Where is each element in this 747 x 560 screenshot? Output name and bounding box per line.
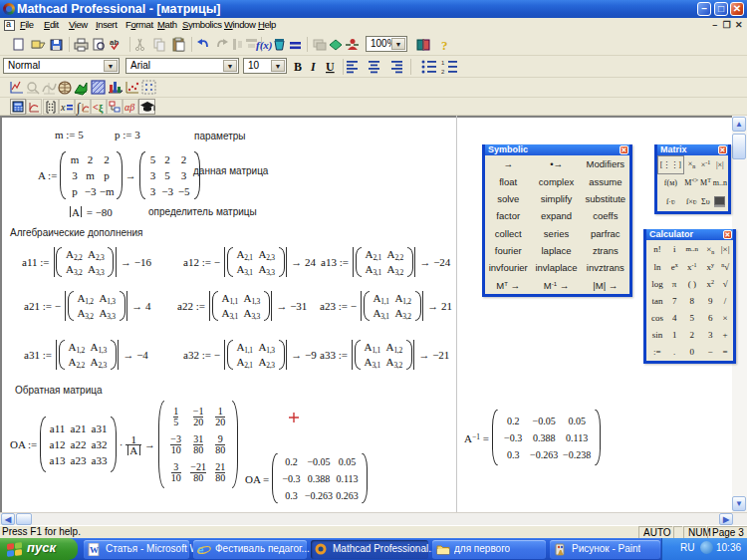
svg-text:?: ?	[441, 38, 448, 53]
svg-text:ab: ab	[110, 38, 119, 47]
svg-text:1: 1	[441, 60, 445, 66]
svg-text:B: B	[294, 60, 302, 74]
svg-text:ξ: ξ	[99, 103, 104, 115]
svg-text:W: W	[90, 545, 99, 555]
svg-text:2: 2	[441, 69, 445, 75]
svg-text:∫: ∫	[76, 100, 82, 116]
svg-text:αβ: αβ	[124, 102, 134, 113]
svg-text:U: U	[326, 60, 335, 74]
svg-text:f(x): f(x)	[256, 39, 273, 52]
svg-text:I: I	[310, 60, 317, 74]
svg-text:x: x	[60, 102, 66, 113]
